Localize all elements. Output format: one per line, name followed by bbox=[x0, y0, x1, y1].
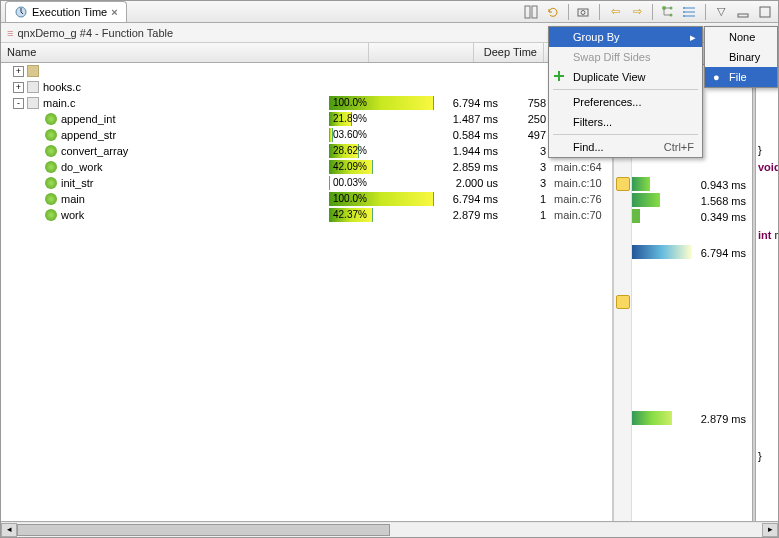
toolbar-fwd-icon[interactable]: ⇨ bbox=[628, 3, 646, 21]
file-row[interactable]: -main.c100.0%6.794 ms758 bbox=[1, 95, 612, 111]
deep-time: 2.859 ms bbox=[434, 161, 504, 173]
function-row[interactable]: convert_array28.62%1.944 ms3main.c:55 bbox=[1, 143, 612, 159]
breadcrumb-icon: ≡ bbox=[7, 27, 13, 39]
plus-icon bbox=[553, 70, 567, 84]
tab-execution-time[interactable]: Execution Time × bbox=[5, 1, 127, 22]
location: main.c:64 bbox=[552, 161, 612, 173]
svg-rect-11 bbox=[738, 14, 748, 17]
package-row[interactable]: + bbox=[1, 63, 612, 79]
function-row[interactable]: append_int21.89%1.487 ms250m bbox=[1, 111, 612, 127]
tab-label: Execution Time bbox=[32, 6, 107, 18]
count: 3 bbox=[504, 177, 552, 189]
svg-point-4 bbox=[581, 10, 585, 14]
menu-find[interactable]: Find... Ctrl+F bbox=[549, 137, 702, 157]
function-icon bbox=[45, 129, 57, 141]
deep-time: 6.794 ms bbox=[434, 97, 504, 109]
menu-duplicate-view[interactable]: Duplicate View bbox=[549, 67, 702, 87]
breadcrumb-text: qnxDemo_g #4 - Function Table bbox=[17, 27, 173, 39]
node-label: work bbox=[61, 209, 84, 221]
clock-icon bbox=[14, 5, 28, 19]
toolbar-menu-icon[interactable]: ▽ bbox=[712, 3, 730, 21]
package-icon bbox=[27, 65, 39, 77]
function-row[interactable]: work42.37%2.879 ms1main.c:70 bbox=[1, 207, 612, 223]
count: 250 bbox=[504, 113, 552, 125]
node-label: append_str bbox=[61, 129, 116, 141]
function-icon bbox=[45, 145, 57, 157]
toolbar-refresh-icon[interactable] bbox=[544, 3, 562, 21]
deep-time: 1.944 ms bbox=[434, 145, 504, 157]
function-row[interactable]: init_str00.03%2.000 us3main.c:10 bbox=[1, 175, 612, 191]
bullet-icon: ● bbox=[713, 71, 720, 83]
node-label: convert_array bbox=[61, 145, 128, 157]
percent-label: 03.60% bbox=[333, 128, 367, 142]
percent-label: 100.0% bbox=[333, 192, 367, 206]
function-icon bbox=[45, 209, 57, 221]
function-icon bbox=[45, 161, 57, 173]
minimize-icon[interactable] bbox=[734, 3, 752, 21]
location: main.c:10 bbox=[552, 177, 612, 189]
view-toolbar: ⇦ ⇨ ▽ bbox=[522, 3, 774, 21]
view-context-menu: Group By▸ Swap Diff Sides Duplicate View… bbox=[548, 26, 703, 158]
function-icon bbox=[45, 193, 57, 205]
toolbar-list-icon[interactable] bbox=[681, 3, 699, 21]
node-label: init_str bbox=[61, 177, 93, 189]
splitter[interactable] bbox=[752, 65, 756, 521]
scroll-right-icon[interactable]: ▸ bbox=[762, 523, 778, 537]
function-icon bbox=[45, 113, 57, 125]
column-headers: Name Deep Time Count L bbox=[1, 43, 612, 63]
toolbar-tree-icon[interactable] bbox=[659, 3, 677, 21]
count: 758 bbox=[504, 97, 552, 109]
h-scrollbar[interactable]: ◂ ▸ bbox=[1, 521, 778, 537]
deep-time: 6.794 ms bbox=[434, 193, 504, 205]
svg-point-8 bbox=[683, 7, 685, 9]
percent-label: 42.09% bbox=[333, 160, 367, 174]
location: main.c:76 bbox=[552, 193, 612, 205]
expand-toggle[interactable]: + bbox=[13, 66, 24, 77]
function-row[interactable]: append_str03.60%0.584 ms497m bbox=[1, 127, 612, 143]
deep-time: 1.487 ms bbox=[434, 113, 504, 125]
menu-filters[interactable]: Filters... bbox=[549, 112, 702, 132]
svg-rect-2 bbox=[532, 6, 537, 18]
svg-point-9 bbox=[683, 11, 685, 13]
col-deep-time[interactable]: Deep Time bbox=[474, 43, 544, 62]
deep-time: 2.000 us bbox=[434, 177, 504, 189]
menu-group-by[interactable]: Group By▸ bbox=[549, 27, 702, 47]
deep-time: 2.879 ms bbox=[434, 209, 504, 221]
percent-label: 42.37% bbox=[333, 208, 367, 222]
count: 3 bbox=[504, 145, 552, 157]
location: main.c:70 bbox=[552, 209, 612, 221]
toolbar-back-icon[interactable]: ⇦ bbox=[606, 3, 624, 21]
node-label: main.c bbox=[43, 97, 75, 109]
svg-point-10 bbox=[683, 15, 685, 17]
file-icon bbox=[27, 97, 39, 109]
function-row[interactable]: do_work42.09%2.859 ms3main.c:64 bbox=[1, 159, 612, 175]
close-icon[interactable]: × bbox=[111, 6, 117, 18]
warning-icon[interactable] bbox=[616, 177, 630, 191]
percent-label: 21.89% bbox=[333, 112, 367, 126]
node-label: do_work bbox=[61, 161, 103, 173]
svg-rect-1 bbox=[525, 6, 530, 18]
toolbar-camera-icon[interactable] bbox=[575, 3, 593, 21]
node-label: hooks.c bbox=[43, 81, 81, 93]
file-row[interactable]: +hooks.c bbox=[1, 79, 612, 95]
node-label: append_int bbox=[61, 113, 115, 125]
expand-toggle[interactable]: + bbox=[13, 82, 24, 93]
submenu-binary[interactable]: Binary bbox=[705, 47, 777, 67]
scroll-left-icon[interactable]: ◂ bbox=[1, 523, 17, 537]
deep-time: 0.584 ms bbox=[434, 129, 504, 141]
toolbar-layout-icon[interactable] bbox=[522, 3, 540, 21]
menu-swap-diff: Swap Diff Sides bbox=[549, 47, 702, 67]
function-tree[interactable]: ++hooks.c-main.c100.0%6.794 ms758append_… bbox=[1, 63, 612, 521]
group-by-submenu: None Binary ● File bbox=[704, 26, 778, 88]
function-row[interactable]: main100.0%6.794 ms1main.c:76 bbox=[1, 191, 612, 207]
warning-icon[interactable] bbox=[616, 295, 630, 309]
percent-label: 100.0% bbox=[333, 96, 367, 110]
submenu-file[interactable]: ● File bbox=[705, 67, 777, 87]
menu-preferences[interactable]: Preferences... bbox=[549, 92, 702, 112]
col-name[interactable]: Name bbox=[1, 43, 369, 62]
maximize-icon[interactable] bbox=[756, 3, 774, 21]
file-icon bbox=[27, 81, 39, 93]
col-percent[interactable] bbox=[369, 43, 474, 62]
submenu-none[interactable]: None bbox=[705, 27, 777, 47]
expand-toggle[interactable]: - bbox=[13, 98, 24, 109]
